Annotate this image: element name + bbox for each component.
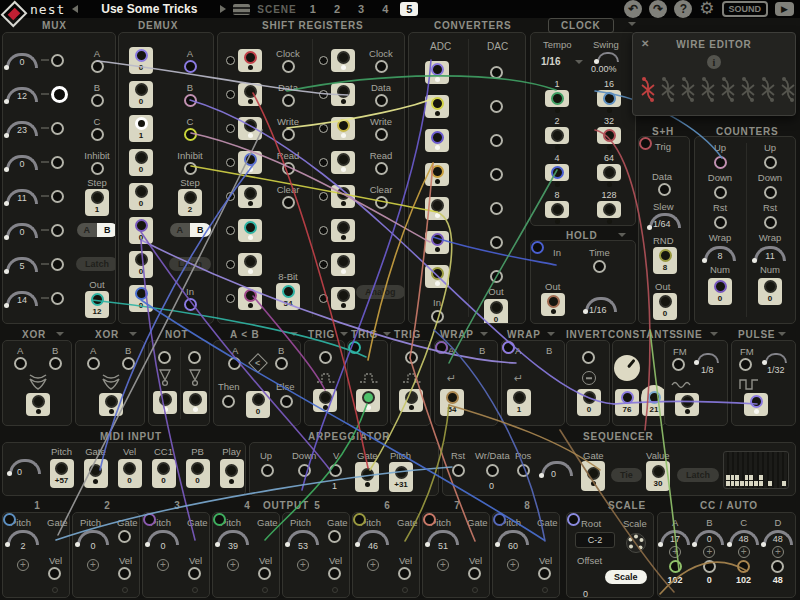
- sr-tap-port[interactable]: [226, 90, 235, 99]
- sr-stage-port[interactable]: [337, 119, 350, 132]
- xor-out-port[interactable]: [105, 395, 118, 408]
- counter-num-port[interactable]: [764, 280, 777, 293]
- pulse-dropdown-icon[interactable]: [778, 332, 786, 340]
- mux-input-knob[interactable]: 0: [5, 223, 39, 237]
- xor1-dropdown-icon[interactable]: [56, 332, 64, 340]
- ch-plus-port[interactable]: [437, 559, 449, 571]
- sr-8bit-box[interactable]: 54: [276, 283, 300, 310]
- trig-in-port[interactable]: [405, 351, 418, 364]
- midi-item-box[interactable]: [220, 459, 244, 488]
- tempo-division[interactable]: 1/16: [541, 57, 560, 67]
- demux-out-port[interactable]: [135, 83, 148, 96]
- cc-knob[interactable]: [729, 530, 759, 545]
- invert-out-box[interactable]: 0: [577, 389, 601, 416]
- redo-icon[interactable]: ↷: [649, 0, 667, 18]
- adc-box[interactable]: [425, 163, 449, 186]
- sr-tap-port[interactable]: [319, 90, 328, 99]
- wrap-b-port[interactable]: [435, 341, 448, 354]
- sr-stage-box[interactable]: [238, 253, 262, 276]
- alb-dropdown-icon[interactable]: [290, 332, 298, 340]
- demux-out-box[interactable]: 1: [129, 115, 153, 142]
- demux-out-port[interactable]: [135, 185, 148, 198]
- seq-tie-button[interactable]: Tie: [611, 468, 642, 482]
- ch-vel-port[interactable]: [468, 567, 481, 580]
- counter-wrap-knob[interactable]: [754, 246, 786, 261]
- adc-box[interactable]: [425, 95, 449, 118]
- sr-stage-box[interactable]: [238, 219, 262, 242]
- scene-tab[interactable]: 1: [304, 2, 322, 16]
- adc-box[interactable]: [425, 231, 449, 254]
- xor-out-box[interactable]: [26, 393, 50, 416]
- ch-gate-port[interactable]: [213, 513, 226, 526]
- dac-out-port[interactable]: [490, 301, 503, 314]
- counter-wrap-knob[interactable]: [704, 246, 736, 261]
- counter-num-box[interactable]: 0: [708, 278, 732, 305]
- ch-vel-port[interactable]: [328, 567, 341, 580]
- demux-out-port[interactable]: [135, 287, 148, 300]
- sr-tap-port[interactable]: [226, 294, 235, 303]
- demux-inhibit-port[interactable]: [184, 162, 197, 175]
- arp-pitch-port[interactable]: [395, 466, 408, 479]
- pulse-fm-port[interactable]: [739, 358, 752, 371]
- demux-latch-button[interactable]: Latch: [169, 257, 211, 271]
- xor-a-port[interactable]: [87, 357, 100, 370]
- sr-tap-port[interactable]: [319, 124, 328, 133]
- cc-plus-port[interactable]: [772, 546, 784, 558]
- mux-step-port[interactable]: [91, 191, 104, 204]
- seq-value-port[interactable]: [652, 465, 665, 478]
- constant-out-box-2[interactable]: 21: [642, 389, 666, 416]
- invert-in-port[interactable]: [582, 351, 595, 364]
- demux-out-port[interactable]: [135, 117, 148, 130]
- sr-io-port[interactable]: [375, 196, 388, 209]
- sr-io-port[interactable]: [282, 128, 295, 141]
- cc-knob[interactable]: [660, 530, 690, 545]
- delete-wire-icon[interactable]: [700, 75, 716, 105]
- ch-vel-port[interactable]: [258, 567, 271, 580]
- sr-stage-port[interactable]: [337, 153, 350, 166]
- mux-input-knob[interactable]: 5: [5, 257, 39, 271]
- sr-io-port[interactable]: [282, 94, 295, 107]
- cc-plus-port[interactable]: [669, 546, 681, 558]
- counter-num-port[interactable]: [714, 280, 727, 293]
- sh-rnd-box[interactable]: 8: [653, 247, 677, 274]
- sr-stage-box[interactable]: [331, 49, 355, 72]
- mux-input-port[interactable]: [51, 190, 64, 203]
- sr-stage-port[interactable]: [337, 51, 350, 64]
- trig-out-port[interactable]: [405, 391, 418, 404]
- adc-box[interactable]: [425, 61, 449, 84]
- trig1-dropdown-icon[interactable]: [340, 332, 348, 340]
- prev-preset-icon[interactable]: [72, 5, 78, 13]
- invert-out-port[interactable]: [583, 391, 596, 404]
- clock-dropdown-icon[interactable]: [628, 22, 636, 30]
- sound-button[interactable]: SOUND: [722, 1, 769, 17]
- dac-port[interactable]: [490, 236, 503, 249]
- ch-plus-port[interactable]: [157, 559, 169, 571]
- mux-ab-toggle[interactable]: AB: [77, 223, 117, 237]
- wrap-out-port[interactable]: [446, 391, 459, 404]
- adc-port[interactable]: [431, 233, 444, 246]
- sr-tap-port[interactable]: [319, 158, 328, 167]
- seq-gate-box[interactable]: [581, 461, 605, 491]
- trig-out-port[interactable]: [362, 391, 375, 404]
- sr-io-port[interactable]: [282, 162, 295, 175]
- trig-out-box[interactable]: [399, 389, 423, 412]
- seq-rst-port[interactable]: [452, 464, 465, 477]
- clock-div-port[interactable]: [551, 203, 564, 216]
- arp-down-port[interactable]: [298, 464, 311, 477]
- sr-stage-box[interactable]: [331, 219, 355, 242]
- constant-out-port-2[interactable]: [648, 391, 661, 404]
- midi-item-box[interactable]: 0: [152, 459, 176, 488]
- sr-stage-port[interactable]: [337, 187, 350, 200]
- sr-stage-box[interactable]: [238, 185, 262, 208]
- alb-else-port[interactable]: [280, 395, 293, 408]
- dac-port[interactable]: [490, 100, 503, 113]
- sr-tap-port[interactable]: [319, 192, 328, 201]
- dac-out-box[interactable]: 0: [484, 299, 508, 324]
- sr-tap-port[interactable]: [319, 226, 328, 235]
- sh-out-port[interactable]: [659, 295, 672, 308]
- ch-gate-port[interactable]: [328, 530, 341, 543]
- wrap-b-port[interactable]: [502, 341, 515, 354]
- counter-rst-port[interactable]: [764, 216, 777, 229]
- dac-port[interactable]: [490, 134, 503, 147]
- trig-out-port[interactable]: [319, 391, 332, 404]
